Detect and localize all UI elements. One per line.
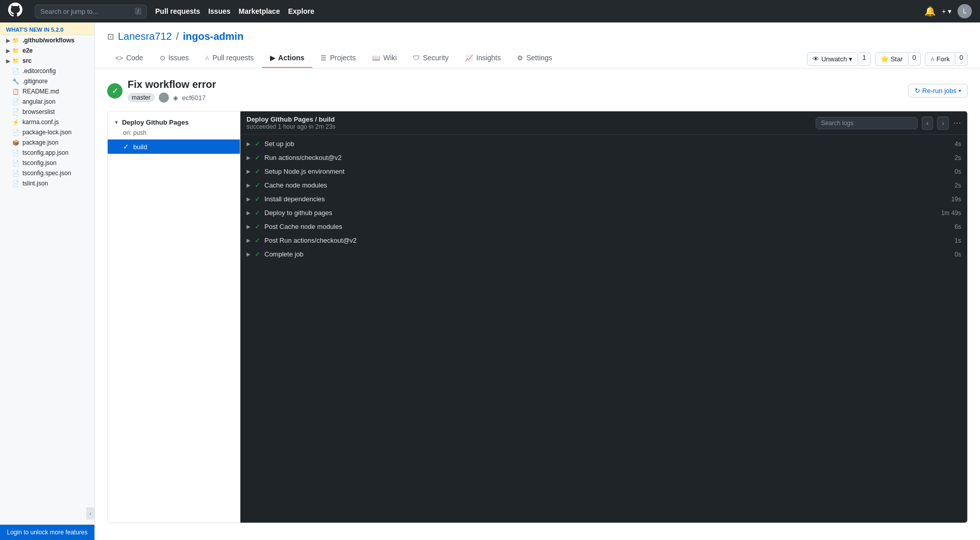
sidebar-item-tsconfig[interactable]: 📄 tsconfig.json bbox=[0, 158, 94, 168]
sidebar-collapse-button[interactable]: ‹ bbox=[86, 507, 94, 520]
fork-count[interactable]: 0 bbox=[955, 52, 968, 66]
sidebar-item-browserslist[interactable]: 📄 browserslist bbox=[0, 107, 94, 117]
step-check-icon: ✓ bbox=[255, 237, 260, 244]
step-name: Post Cache node modules bbox=[264, 223, 950, 230]
chevron-down-icon: ▾ bbox=[849, 55, 852, 63]
search-box[interactable]: Search or jump to... / bbox=[35, 5, 147, 18]
nav-issues[interactable]: Issues bbox=[208, 7, 231, 15]
tab-wiki[interactable]: 📖 Wiki bbox=[364, 49, 405, 68]
top-nav: Search or jump to... / Pull requests Iss… bbox=[0, 0, 980, 22]
tab-projects[interactable]: ☰ Projects bbox=[312, 49, 364, 68]
log-more-button[interactable]: ⋯ bbox=[953, 118, 961, 128]
watch-count[interactable]: 1 bbox=[858, 52, 870, 66]
tab-code[interactable]: <> Code bbox=[107, 49, 152, 68]
log-header-info: Deploy Github Pages / build succeeded 1 … bbox=[247, 115, 335, 130]
github-logo-icon[interactable] bbox=[8, 3, 22, 20]
job-list-section: ▼ Deploy Github Pages on: push ✓ build bbox=[108, 111, 240, 158]
avatar[interactable]: L bbox=[958, 4, 972, 18]
log-header: Deploy Github Pages / build succeeded 1 … bbox=[240, 111, 967, 135]
fork-button[interactable]: ⑃ Fork bbox=[925, 52, 955, 66]
tab-security[interactable]: 🛡 Security bbox=[405, 49, 457, 68]
log-step[interactable]: ▶ ✓ Set up job 4s bbox=[240, 137, 967, 151]
job-item-build[interactable]: ✓ build bbox=[108, 139, 240, 154]
sidebar-item-editorconfig[interactable]: 📄 .editorconfig bbox=[0, 66, 94, 76]
log-step[interactable]: ▶ ✓ Post Run actions/checkout@v2 1s bbox=[240, 233, 967, 247]
step-check-icon: ✓ bbox=[255, 195, 260, 203]
nav-pull-requests[interactable]: Pull requests bbox=[155, 7, 200, 15]
sidebar-item-github-workflows[interactable]: ▶ 📁 .github/workflows bbox=[0, 35, 94, 45]
sidebar-item-label: README.md bbox=[22, 88, 59, 95]
step-time: 2s bbox=[954, 182, 961, 189]
sidebar-item-tsconfig-spec[interactable]: 📄 tsconfig.spec.json bbox=[0, 168, 94, 178]
step-time: 1s bbox=[954, 237, 961, 244]
sidebar-item-label: package.json bbox=[22, 139, 59, 146]
expand-arrow-icon: ▶ bbox=[247, 251, 251, 257]
breadcrumb: ⊡ Lanesra712 / ingos-admin bbox=[107, 31, 968, 42]
log-step[interactable]: ▶ ✓ Run actions/checkout@v2 2s bbox=[240, 151, 967, 165]
sidebar-item-angular-json[interactable]: 📄 angular.json bbox=[0, 97, 94, 107]
settings-icon: ⚙ bbox=[517, 54, 523, 62]
expand-arrow-icon: ▶ bbox=[247, 238, 251, 243]
commit-hash[interactable]: ecf6017 bbox=[182, 94, 206, 102]
tab-pull-requests[interactable]: ⑃ Pull requests bbox=[197, 49, 262, 68]
step-time: 0s bbox=[954, 251, 961, 258]
sidebar-login-footer[interactable]: Login to unlock more features bbox=[0, 525, 94, 540]
star-count[interactable]: 0 bbox=[909, 52, 921, 66]
new-item-icon[interactable]: + ▾ bbox=[942, 7, 951, 15]
sidebar-item-tsconfig-app[interactable]: 📄 tsconfig.app.json bbox=[0, 148, 94, 158]
log-step[interactable]: ▶ ✓ Install dependencies 19s bbox=[240, 192, 967, 206]
step-name: Install dependencies bbox=[264, 195, 947, 203]
sidebar-item-readme[interactable]: 📋 README.md bbox=[0, 86, 94, 97]
repo-owner-link[interactable]: Lanesra712 bbox=[118, 31, 172, 42]
expand-arrow-icon: ▶ bbox=[247, 224, 251, 229]
log-prev-button[interactable]: ‹ bbox=[922, 116, 934, 130]
workflow-panels: ▼ Deploy Github Pages on: push ✓ build bbox=[107, 111, 968, 523]
tab-actions[interactable]: ▶ Actions bbox=[262, 49, 312, 68]
sidebar-item-tslint[interactable]: 📄 tslint.json bbox=[0, 178, 94, 189]
file-icon: 📋 bbox=[12, 88, 19, 95]
nav-marketplace[interactable]: Marketplace bbox=[239, 7, 280, 15]
re-run-jobs-button[interactable]: ↻ Re-run jobs ▾ bbox=[908, 84, 968, 98]
tab-settings[interactable]: ⚙ Settings bbox=[509, 49, 560, 68]
log-step[interactable]: ▶ ✓ Complete job 0s bbox=[240, 247, 967, 261]
sidebar-item-label: angular.json bbox=[22, 98, 56, 105]
job-section-subtitle: on: push bbox=[108, 129, 240, 139]
star-button[interactable]: ⭐ Star bbox=[875, 52, 909, 66]
repo-name[interactable]: ingos-admin bbox=[183, 31, 243, 42]
sidebar-item-e2e[interactable]: ▶ 📁 e2e bbox=[0, 45, 94, 56]
log-search-input[interactable] bbox=[816, 117, 918, 129]
log-next-button[interactable]: › bbox=[937, 116, 949, 130]
sidebar-item-label: e2e bbox=[22, 47, 33, 54]
expand-arrow-icon: ▶ bbox=[247, 182, 251, 188]
job-list-panel: ▼ Deploy Github Pages on: push ✓ build bbox=[108, 111, 240, 523]
step-name: Cache node modules bbox=[264, 181, 950, 189]
step-name: Post Run actions/checkout@v2 bbox=[264, 237, 950, 244]
log-step[interactable]: ▶ ✓ Cache node modules 2s bbox=[240, 178, 967, 192]
watch-button[interactable]: 👁 Unwatch ▾ bbox=[807, 52, 859, 66]
job-list-section-header[interactable]: ▼ Deploy Github Pages bbox=[108, 115, 240, 129]
sidebar-item-gitignore[interactable]: 🔧 .gitignore bbox=[0, 76, 94, 86]
notifications-icon[interactable]: 🔔 bbox=[924, 6, 936, 17]
log-step[interactable]: ▶ ✓ Deploy to github pages 1m 49s bbox=[240, 206, 967, 220]
check-icon: ✓ bbox=[123, 143, 129, 151]
issues-icon: ⊙ bbox=[160, 54, 165, 62]
tab-insights[interactable]: 📈 Insights bbox=[457, 49, 509, 68]
branch-badge[interactable]: master bbox=[128, 93, 155, 102]
expand-arrow-icon: ▶ bbox=[247, 155, 251, 160]
nav-explore[interactable]: Explore bbox=[288, 7, 314, 15]
sidebar-item-package-json[interactable]: 📦 package.json bbox=[0, 137, 94, 148]
tab-issues[interactable]: ⊙ Issues bbox=[152, 49, 197, 68]
step-check-icon: ✓ bbox=[255, 181, 260, 189]
sidebar-whats-new: WHAT'S NEW IN 5.2.0 bbox=[0, 22, 94, 35]
log-step[interactable]: ▶ ✓ Post Cache node modules 6s bbox=[240, 220, 967, 233]
sidebar-item-package-lock[interactable]: 📄 package-lock.json bbox=[0, 127, 94, 137]
sidebar-item-karma[interactable]: ⚡ karma.conf.js bbox=[0, 117, 94, 127]
log-step[interactable]: ▶ ✓ Setup Node.js environment 0s bbox=[240, 165, 967, 178]
step-name: Deploy to github pages bbox=[264, 209, 937, 217]
tab-insights-label: Insights bbox=[476, 54, 501, 62]
watch-label: Unwatch bbox=[821, 55, 847, 63]
sidebar-item-src[interactable]: ▶ 📁 src bbox=[0, 56, 94, 66]
file-icon: 📄 bbox=[12, 170, 19, 177]
main-content: ⊡ Lanesra712 / ingos-admin 👁 Unwatch ▾ 1… bbox=[95, 22, 980, 540]
sidebar-item-label: tslint.json bbox=[22, 180, 48, 187]
